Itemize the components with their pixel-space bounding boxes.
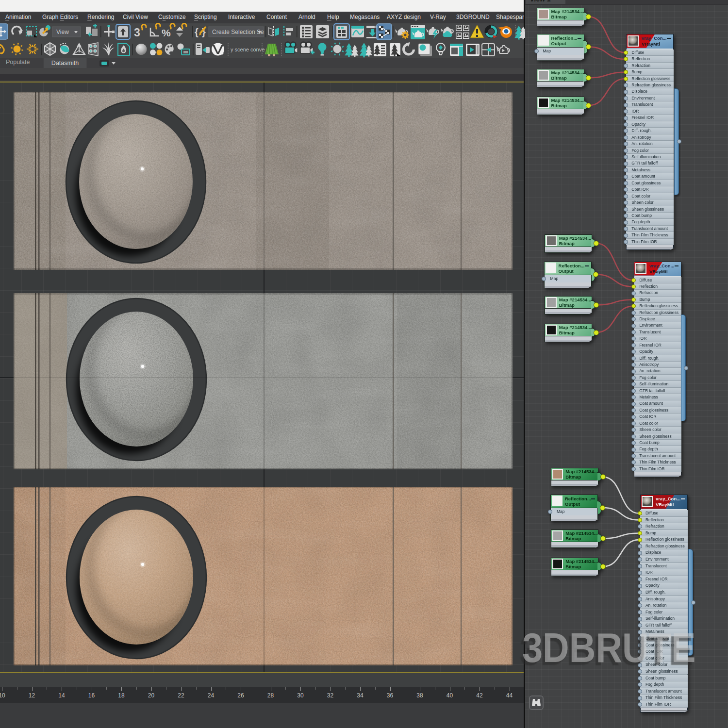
svg-text:%: % <box>162 27 171 38</box>
svg-text:y scene conve: y scene conve <box>231 47 265 52</box>
svg-text:3: 3 <box>134 26 140 39</box>
svg-text:Create Selection Se: Create Selection Se <box>212 29 264 35</box>
svg-text:View: View <box>56 29 69 35</box>
svg-text:{: { <box>195 27 199 37</box>
